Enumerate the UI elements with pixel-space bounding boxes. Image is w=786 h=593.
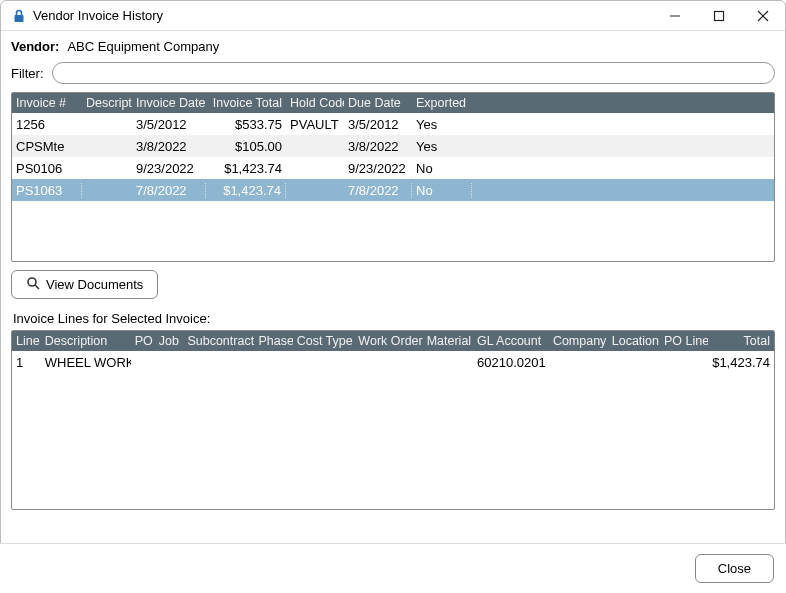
col-subcontract[interactable]: Subcontract bbox=[183, 334, 254, 348]
col-po-line[interactable]: PO Line bbox=[660, 334, 708, 348]
lines-grid[interactable]: Line Description PO Job Subcontract Phas… bbox=[11, 330, 775, 510]
titlebar: Vendor Invoice History bbox=[1, 1, 785, 31]
table-row[interactable]: 12563/5/2012$533.75PVAULT3/5/2012Yes bbox=[12, 113, 774, 135]
view-documents-label: View Documents bbox=[46, 277, 143, 292]
invoice-grid-empty bbox=[12, 201, 774, 261]
col-line-desc[interactable]: Description bbox=[41, 334, 131, 348]
table-row[interactable]: PS10637/8/2022$1,423.747/8/2022No bbox=[12, 179, 774, 201]
table-row[interactable]: CPSMte3/8/2022$105.003/8/2022Yes bbox=[12, 135, 774, 157]
window-title: Vendor Invoice History bbox=[33, 8, 653, 23]
col-line[interactable]: Line bbox=[12, 334, 41, 348]
invoice-grid-header: Invoice # Description Invoice Date Invoi… bbox=[12, 93, 774, 113]
table-row[interactable]: 1WHEEL WORK60210.0201$1,423.74 bbox=[12, 351, 774, 373]
svg-line-6 bbox=[35, 285, 39, 289]
filter-label: Filter: bbox=[11, 66, 44, 81]
svg-point-5 bbox=[28, 278, 36, 286]
svg-rect-2 bbox=[715, 11, 724, 20]
filter-row: Filter: bbox=[11, 62, 775, 84]
vendor-name: ABC Equipment Company bbox=[67, 39, 219, 54]
invoice-grid-body: 12563/5/2012$533.75PVAULT3/5/2012YesCPSM… bbox=[12, 113, 774, 201]
vendor-label: Vendor: bbox=[11, 39, 59, 54]
col-description[interactable]: Description bbox=[82, 96, 132, 110]
col-work-order[interactable]: Work Order bbox=[354, 334, 422, 348]
col-po[interactable]: PO bbox=[131, 334, 155, 348]
maximize-button[interactable] bbox=[697, 1, 741, 30]
col-total[interactable]: Total bbox=[708, 334, 774, 348]
col-invoice-date[interactable]: Invoice Date bbox=[132, 96, 206, 110]
search-icon bbox=[26, 276, 40, 293]
col-cost-type[interactable]: Cost Type bbox=[293, 334, 355, 348]
col-hold-code[interactable]: Hold Code bbox=[286, 96, 344, 110]
col-due-date[interactable]: Due Date bbox=[344, 96, 412, 110]
col-invoice-no[interactable]: Invoice # bbox=[12, 96, 82, 110]
col-material[interactable]: Material bbox=[423, 334, 473, 348]
col-location[interactable]: Location bbox=[608, 334, 660, 348]
close-button[interactable]: Close bbox=[695, 554, 774, 583]
col-invoice-total[interactable]: Invoice Total bbox=[206, 96, 286, 110]
filter-input[interactable] bbox=[52, 62, 776, 84]
col-phase[interactable]: Phase bbox=[255, 334, 293, 348]
view-documents-button[interactable]: View Documents bbox=[11, 270, 158, 299]
window-controls bbox=[653, 1, 785, 30]
minimize-button[interactable] bbox=[653, 1, 697, 30]
table-row[interactable]: PS01069/23/2022$1,423.749/23/2022No bbox=[12, 157, 774, 179]
col-job[interactable]: Job bbox=[155, 334, 184, 348]
lines-grid-body: 1WHEEL WORK60210.0201$1,423.74 bbox=[12, 351, 774, 509]
close-window-button[interactable] bbox=[741, 1, 785, 30]
lock-icon bbox=[11, 9, 27, 23]
col-gl-account[interactable]: GL Account bbox=[473, 334, 549, 348]
vendor-row: Vendor: ABC Equipment Company bbox=[11, 39, 775, 54]
svg-rect-0 bbox=[15, 15, 24, 22]
col-exported[interactable]: Exported bbox=[412, 96, 472, 110]
footer: Close bbox=[0, 543, 786, 593]
invoice-lines-label: Invoice Lines for Selected Invoice: bbox=[13, 311, 775, 326]
invoice-grid[interactable]: Invoice # Description Invoice Date Invoi… bbox=[11, 92, 775, 262]
lines-grid-header: Line Description PO Job Subcontract Phas… bbox=[12, 331, 774, 351]
col-company[interactable]: Company bbox=[549, 334, 608, 348]
